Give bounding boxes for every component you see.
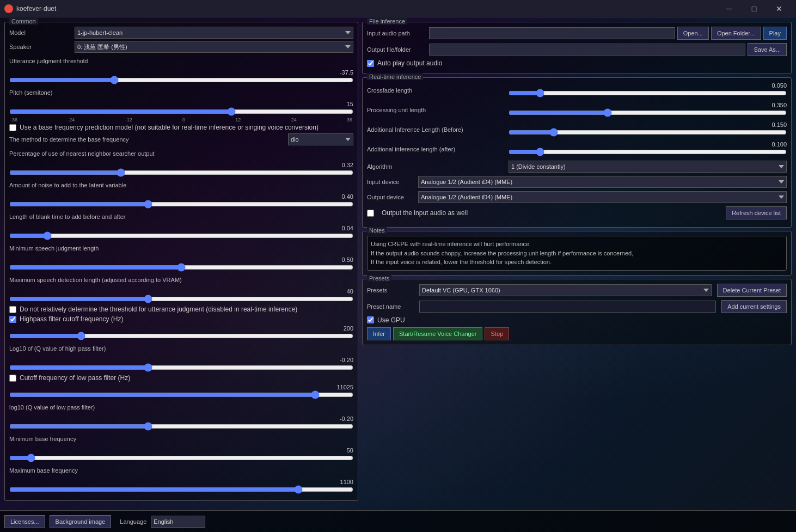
use-gpu-checkbox[interactable] — [367, 316, 374, 323]
base-freq-checkbox[interactable] — [9, 124, 16, 131]
processing-unit-slider[interactable] — [509, 109, 787, 117]
max-base-freq-slider-container: 1100 — [9, 479, 353, 495]
noise-slider[interactable] — [9, 200, 353, 208]
output-file-label: Output file/folder — [367, 46, 427, 53]
blank-time-value: 0.04 — [9, 225, 353, 231]
max-speech-slider[interactable] — [9, 295, 353, 303]
logq-low-slider[interactable] — [9, 423, 353, 430]
notes-title: Notes — [367, 227, 387, 234]
preset-name-input[interactable] — [419, 301, 716, 313]
base-freq-method-select[interactable]: dio — [288, 133, 353, 145]
highpass-label: Highpass filter cutoff frequency (Hz) — [20, 315, 124, 323]
delete-preset-button[interactable]: Delete Current Preset — [717, 284, 787, 297]
nn-slider[interactable] — [9, 169, 353, 176]
crossfade-row: Crossfade length 0.050 — [367, 82, 787, 99]
common-section-title: Common — [9, 18, 38, 25]
auto-play-row: Auto play output audio — [367, 59, 787, 67]
blank-time-slider-container: 0.04 — [9, 225, 353, 241]
stop-button[interactable]: Stop — [485, 327, 509, 340]
logq-high-value: -0.20 — [9, 357, 353, 363]
open-button[interactable]: Open... — [677, 27, 709, 40]
model-select[interactable]: 1-jp-hubert-clean — [75, 27, 353, 39]
base-freq-label: Use a base frequency prediction model (n… — [20, 124, 319, 131]
utterance-slider-container: -37.5 — [9, 69, 353, 85]
additional-before-value: 0.150 — [509, 121, 787, 128]
lowpass-slider-container: 11025 — [9, 384, 353, 400]
title-bar-controls: ─ □ ✕ — [717, 0, 792, 17]
speaker-select[interactable]: 0: 浅葱 匡希 (男性) — [75, 41, 353, 53]
blank-time-slider[interactable] — [9, 232, 353, 240]
algorithm-select[interactable]: 1 (Divide constantly) — [509, 161, 787, 173]
highpass-value: 200 — [9, 325, 353, 332]
additional-before-slider[interactable] — [509, 129, 787, 136]
minimize-button[interactable]: ─ — [717, 0, 742, 17]
noise-row: Amount of noise to add to the latent var… — [9, 179, 353, 191]
language-select[interactable]: English — [151, 516, 205, 528]
language-label: Language — [120, 518, 146, 525]
min-speech-slider[interactable] — [9, 264, 353, 271]
speaker-row: Speaker 0: 浅葱 匡希 (男性) — [9, 41, 353, 53]
nn-slider-container: 0.32 — [9, 162, 353, 178]
additional-after-slider[interactable] — [509, 148, 787, 156]
output-device-select[interactable]: Analogue 1/2 (Audient iD4) (MME) — [418, 191, 787, 203]
open-folder-button[interactable]: Open Folder... — [711, 27, 761, 40]
logq-high-slider-container: -0.20 — [9, 357, 353, 373]
background-image-button[interactable]: Background image — [50, 515, 112, 528]
input-device-select[interactable]: Analogue 1/2 (Audient iD4) (MME) — [418, 176, 787, 188]
base-freq-method-row: The method to determine the base frequen… — [9, 133, 353, 145]
logq-low-slider-container: -0.20 — [9, 415, 353, 432]
infer-button[interactable]: Infer — [367, 327, 391, 340]
play-button[interactable]: Play — [763, 27, 787, 40]
realtime-inference-group: Real-time inference Crossfade length 0.0… — [362, 77, 792, 228]
logq-high-row: Log10 of (Q value of high pass filter) — [9, 343, 353, 354]
presets-title: Presets — [367, 275, 391, 282]
do-not-relative-label: Do not relatively determine the threshol… — [20, 305, 297, 313]
refresh-device-button[interactable]: Refresh device list — [726, 206, 787, 219]
crossfade-slider[interactable] — [509, 89, 787, 97]
notes-line3: If the input voice is related, lower the… — [371, 258, 783, 267]
max-speech-label: Maximum speech detection length (adjuste… — [9, 277, 350, 283]
logq-high-slider[interactable] — [9, 364, 353, 371]
min-base-freq-label: Minimum base frequency — [9, 436, 350, 442]
common-section: Common Model 1-jp-hubert-clean Speaker 0… — [4, 22, 358, 501]
lowpass-checkbox[interactable] — [9, 375, 16, 382]
add-preset-button[interactable]: Add current settings — [721, 300, 787, 313]
pitch-slider[interactable] — [9, 108, 353, 115]
model-row: Model 1-jp-hubert-clean — [9, 27, 353, 39]
notes-line1: Using CREPE with real-time inference wil… — [371, 240, 783, 249]
input-audio-path-input[interactable] — [429, 27, 675, 39]
max-base-freq-value: 1100 — [9, 479, 353, 485]
highpass-slider-container: 200 — [9, 325, 353, 341]
highpass-checkbox[interactable] — [9, 316, 16, 323]
nn-label: Percentage of use of nearest neighbor se… — [9, 150, 350, 157]
min-speech-value: 0.50 — [9, 256, 353, 263]
highpass-slider[interactable] — [9, 332, 353, 340]
speaker-label: Speaker — [9, 44, 75, 50]
pitch-slider-container: 15 -36 -24 -12 0 12 24 36 — [9, 101, 353, 123]
use-gpu-label: Use GPU — [377, 316, 405, 324]
nn-row: Percentage of use of nearest neighbor se… — [9, 148, 353, 160]
pitch-label: Pitch (semitone) — [9, 89, 350, 96]
algorithm-row: Algorithm 1 (Divide constantly) — [367, 161, 787, 173]
utterance-row: Utterance judgment threshold — [9, 55, 353, 67]
max-speech-value: 40 — [9, 288, 353, 295]
output-input-checkbox[interactable] — [367, 210, 374, 217]
close-button[interactable]: ✕ — [767, 0, 792, 17]
min-speech-slider-container: 0.50 — [9, 256, 353, 273]
presets-select[interactable]: Default VC (GPU, GTX 1060) — [419, 284, 712, 296]
output-device-label: Output device — [367, 194, 416, 200]
restore-button[interactable]: □ — [742, 0, 767, 17]
start-resume-button[interactable]: Start/Resume Voice Changer — [393, 327, 482, 340]
licenses-button[interactable]: Licenses... — [4, 515, 45, 528]
lowpass-slider[interactable] — [9, 391, 353, 399]
logq-low-label: log10 (Q value of low pass filter) — [9, 404, 350, 411]
auto-play-checkbox[interactable] — [367, 60, 374, 67]
max-base-freq-slider[interactable] — [9, 486, 353, 493]
base-freq-method-label: The method to determine the base frequen… — [9, 136, 288, 143]
utterance-slider[interactable] — [9, 76, 353, 84]
save-as-button[interactable]: Save As... — [748, 43, 787, 56]
input-device-row: Input device Analogue 1/2 (Audient iD4) … — [367, 176, 787, 188]
min-base-freq-slider[interactable] — [9, 454, 353, 462]
do-not-relative-checkbox[interactable] — [9, 306, 16, 313]
output-file-input[interactable] — [429, 44, 745, 56]
